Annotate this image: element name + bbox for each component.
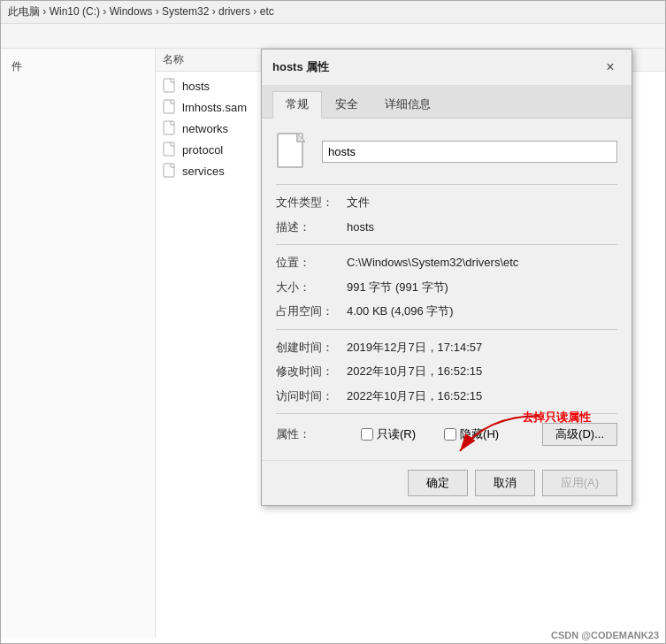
apply-button[interactable]: 应用(A) — [542, 470, 617, 496]
prop-divider — [276, 244, 617, 245]
prop-label: 创建时间： — [276, 339, 347, 356]
prop-value: 文件 — [347, 194, 617, 211]
prop-label: 描述： — [276, 218, 347, 236]
prop-label: 占用空间： — [276, 303, 347, 320]
dialog-overlay: hosts 属性 × 常规安全详细信息 文件类型： 文件 描述： — [0, 0, 666, 644]
dialog-body: 文件类型： 文件 描述： hosts 位置： C:\Windows\System… — [262, 119, 632, 460]
dialog-tabs: 常规安全详细信息 — [262, 86, 632, 119]
dialog-tab-安全[interactable]: 安全 — [322, 91, 371, 118]
dialog-title: hosts 属性 — [272, 59, 329, 75]
prop-value: 991 字节 (991 字节) — [347, 279, 617, 296]
prop-value: 2022年10月7日，16:52:15 — [347, 363, 617, 380]
attributes-row: 属性： 只读(R) 隐藏(H) 高级(D)... — [276, 423, 617, 446]
dialog-tab-常规[interactable]: 常规 — [272, 91, 322, 119]
watermark: CSDN @CODEMANK23 — [551, 630, 659, 640]
prop-row: 创建时间： 2019年12月7日，17:14:57 — [276, 339, 617, 356]
prop-row: 文件类型： 文件 — [276, 194, 617, 211]
prop-value: 2022年10月7日，16:52:15 — [347, 387, 617, 405]
prop-divider — [276, 329, 617, 330]
hidden-checkbox-group: 隐藏(H) — [444, 426, 499, 442]
ok-button[interactable]: 确定 — [408, 470, 468, 496]
file-preview — [276, 133, 617, 170]
prop-label: 访问时间： — [276, 387, 347, 405]
prop-row: 占用空间： 4.00 KB (4,096 字节) — [276, 303, 617, 320]
readonly-label: 只读(R) — [377, 426, 416, 442]
prop-row: 修改时间： 2022年10月7日，16:52:15 — [276, 363, 617, 380]
prop-label: 大小： — [276, 279, 347, 296]
attr-label: 属性： — [276, 426, 347, 442]
divider-1 — [276, 184, 617, 185]
advanced-button[interactable]: 高级(D)... — [542, 423, 617, 446]
divider-2 — [276, 413, 617, 414]
prop-value: C:\Windows\System32\drivers\etc — [347, 254, 617, 272]
readonly-checkbox[interactable] — [361, 428, 373, 441]
dialog-footer: 确定 取消 应用(A) — [262, 460, 632, 505]
prop-row: 访问时间： 2022年10月7日，16:52:15 — [276, 387, 617, 405]
readonly-checkbox-group: 只读(R) — [361, 426, 416, 442]
prop-label: 位置： — [276, 254, 347, 272]
dialog-tab-详细信息[interactable]: 详细信息 — [371, 91, 444, 118]
cancel-button[interactable]: 取消 — [475, 470, 535, 496]
hidden-checkbox[interactable] — [444, 428, 456, 441]
filename-input[interactable] — [322, 141, 617, 163]
prop-row: 描述： hosts — [276, 218, 617, 236]
prop-label: 修改时间： — [276, 363, 347, 380]
big-file-icon — [276, 133, 308, 170]
prop-label: 文件类型： — [276, 194, 347, 211]
dialog-titlebar: hosts 属性 × — [262, 50, 632, 86]
properties-dialog: hosts 属性 × 常规安全详细信息 文件类型： 文件 描述： — [261, 49, 632, 506]
props-container: 文件类型： 文件 描述： hosts 位置： C:\Windows\System… — [276, 194, 617, 404]
prop-value: 2019年12月7日，17:14:57 — [347, 339, 617, 356]
prop-row: 大小： 991 字节 (991 字节) — [276, 279, 617, 296]
dialog-close-button[interactable]: × — [600, 57, 621, 78]
prop-value: 4.00 KB (4,096 字节) — [347, 303, 617, 320]
prop-row: 位置： C:\Windows\System32\drivers\etc — [276, 254, 617, 272]
prop-value: hosts — [347, 218, 617, 236]
hidden-label: 隐藏(H) — [460, 426, 499, 442]
